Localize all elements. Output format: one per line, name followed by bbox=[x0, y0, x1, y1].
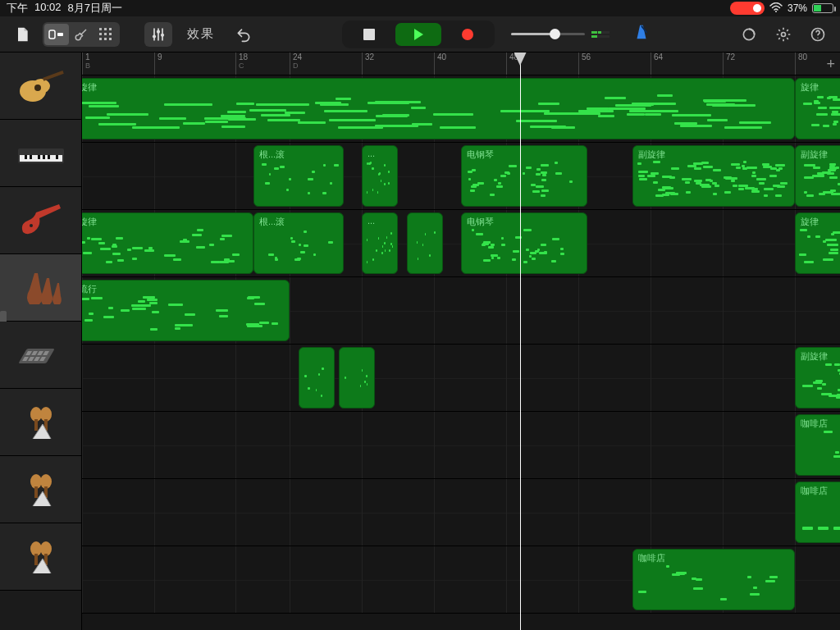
svg-point-22 bbox=[782, 32, 786, 36]
mixer-button[interactable] bbox=[144, 22, 172, 47]
svg-rect-18 bbox=[363, 29, 375, 40]
screen-record-pill[interactable] bbox=[730, 2, 765, 15]
midi-region[interactable] bbox=[299, 347, 335, 409]
track-row[interactable]: 旋律根...滚...电钢琴旋律 bbox=[82, 210, 840, 277]
region-label: 旋律 bbox=[82, 81, 97, 94]
svg-rect-10 bbox=[104, 38, 107, 40]
midi-region[interactable]: 旋律 bbox=[795, 78, 840, 139]
region-notes bbox=[343, 363, 371, 404]
midi-region[interactable]: 根...滚 bbox=[253, 145, 344, 207]
record-button[interactable] bbox=[445, 23, 491, 46]
region-label: ... bbox=[368, 148, 375, 158]
track-header-keyboard[interactable] bbox=[0, 120, 81, 187]
song-menu-button[interactable] bbox=[8, 22, 36, 47]
track-row[interactable]: 咖啡店 bbox=[82, 412, 840, 479]
track-header-acoustic-guitar[interactable] bbox=[0, 52, 81, 120]
clock: 10:02 bbox=[34, 1, 62, 16]
acoustic-guitar-icon bbox=[12, 63, 70, 108]
midi-region[interactable]: 副旋律 bbox=[795, 145, 840, 207]
midi-region[interactable]: 咖啡店 bbox=[795, 482, 840, 543]
svg-rect-6 bbox=[99, 33, 102, 35]
stop-button[interactable] bbox=[346, 23, 392, 46]
track-row[interactable]: 根...滚...电钢琴副旋律副旋律 bbox=[82, 143, 840, 210]
midi-region[interactable]: 流行 bbox=[82, 280, 290, 341]
track-row[interactable]: 咖啡店 bbox=[82, 479, 840, 546]
percussion-icon bbox=[12, 467, 70, 512]
region-label: 流行 bbox=[82, 283, 97, 295]
svg-point-0 bbox=[775, 11, 777, 12]
midi-region[interactable] bbox=[339, 347, 375, 409]
midi-region[interactable] bbox=[407, 212, 443, 274]
midi-region[interactable]: 咖啡店 bbox=[795, 414, 840, 476]
midi-region[interactable]: 旋律 bbox=[795, 212, 840, 274]
track-header-drum-machine[interactable] bbox=[0, 322, 81, 389]
playhead[interactable] bbox=[520, 52, 521, 630]
midi-region[interactable]: 根...滚 bbox=[253, 212, 344, 274]
grid-view-seg[interactable] bbox=[94, 24, 118, 45]
fx-button[interactable]: 效果 bbox=[179, 26, 223, 42]
track-row[interactable]: 流行 bbox=[82, 277, 840, 345]
svg-rect-34 bbox=[43, 155, 45, 159]
midi-region[interactable]: 副旋律 bbox=[632, 145, 795, 207]
ruler-tick: 32 bbox=[362, 52, 374, 75]
midi-region[interactable]: 电钢琴 bbox=[461, 212, 587, 274]
midi-region[interactable]: 旋律 bbox=[82, 212, 253, 274]
track-header-electric-guitar[interactable] bbox=[0, 187, 81, 254]
track-header-strings[interactable] bbox=[0, 254, 81, 322]
svg-rect-3 bbox=[99, 28, 102, 30]
strings-icon bbox=[12, 265, 70, 310]
track-row[interactable]: 副旋律 bbox=[82, 345, 840, 412]
ruler-tick: 18C bbox=[235, 52, 248, 75]
timeline[interactable]: + 1B918C24D32404856647280 旋律旋律根...滚...电钢… bbox=[82, 52, 840, 630]
region-notes bbox=[366, 161, 394, 203]
midi-region[interactable]: 旋律 bbox=[82, 78, 795, 139]
region-notes bbox=[411, 228, 439, 270]
region-notes bbox=[82, 228, 249, 270]
region-label: 旋律 bbox=[801, 81, 819, 94]
region-notes bbox=[799, 228, 840, 270]
svg-point-37 bbox=[30, 224, 33, 227]
battery-icon bbox=[812, 3, 833, 13]
svg-rect-57 bbox=[34, 554, 38, 565]
play-button[interactable] bbox=[395, 23, 441, 46]
ruler-tick: 40 bbox=[434, 52, 446, 75]
track-row[interactable]: 咖啡店 bbox=[82, 546, 840, 614]
svg-rect-32 bbox=[30, 155, 32, 159]
undo-button[interactable] bbox=[230, 22, 258, 47]
track-header-percussion[interactable] bbox=[0, 523, 81, 591]
midi-region[interactable]: 电钢琴 bbox=[461, 145, 587, 207]
midi-region[interactable]: 咖啡店 bbox=[632, 549, 795, 610]
view-segmented[interactable] bbox=[43, 22, 120, 47]
track-header-percussion[interactable] bbox=[0, 389, 81, 456]
instrument-view-seg[interactable] bbox=[69, 24, 94, 45]
region-notes bbox=[303, 363, 331, 404]
svg-rect-7 bbox=[104, 33, 107, 35]
region-notes bbox=[637, 161, 791, 203]
tracks-view-seg[interactable] bbox=[44, 24, 69, 45]
svg-point-16 bbox=[157, 30, 160, 33]
region-notes bbox=[799, 94, 840, 135]
region-notes bbox=[258, 161, 340, 203]
keyboard-icon bbox=[12, 130, 70, 176]
svg-rect-28 bbox=[43, 71, 64, 81]
svg-rect-38 bbox=[18, 349, 54, 363]
percussion-icon bbox=[12, 534, 70, 579]
settings-button[interactable] bbox=[769, 22, 797, 47]
svg-rect-1 bbox=[49, 30, 55, 39]
track-header-percussion[interactable] bbox=[0, 456, 81, 523]
midi-region[interactable]: ... bbox=[362, 212, 398, 274]
svg-rect-4 bbox=[104, 28, 107, 30]
transport bbox=[342, 21, 495, 48]
help-button[interactable] bbox=[804, 22, 832, 47]
metronome-button[interactable] bbox=[632, 23, 651, 46]
master-volume[interactable] bbox=[511, 31, 609, 38]
midi-region[interactable]: 副旋律 bbox=[795, 347, 840, 409]
track-row[interactable]: 旋律旋律 bbox=[82, 75, 840, 143]
midi-region[interactable]: ... bbox=[362, 145, 398, 207]
region-label: ... bbox=[368, 216, 375, 226]
add-bars-button[interactable]: + bbox=[826, 56, 835, 73]
loop-browser-button[interactable] bbox=[735, 22, 763, 47]
ruler[interactable]: + 1B918C24D32404856647280 bbox=[82, 52, 840, 75]
tracks-grid[interactable]: 旋律旋律根...滚...电钢琴副旋律副旋律旋律根...滚...电钢琴旋律流行副旋… bbox=[82, 75, 840, 630]
region-notes bbox=[799, 161, 840, 203]
